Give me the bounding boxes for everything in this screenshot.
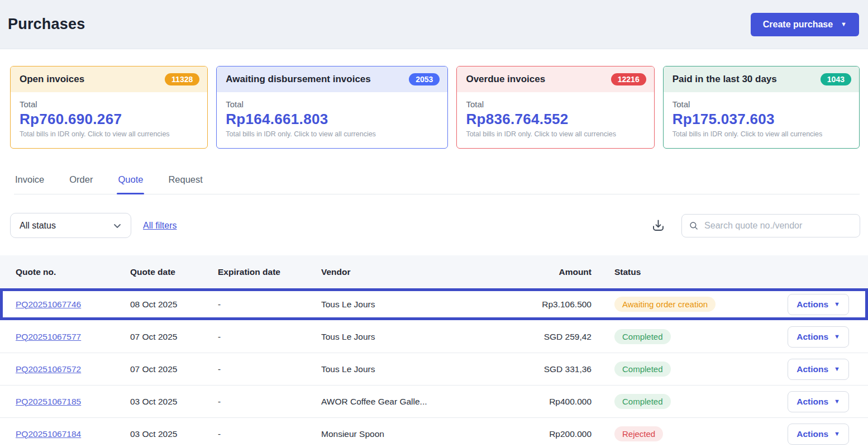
quote-number-link[interactable]: PQ20251067184: [16, 429, 81, 439]
search-input[interactable]: [704, 221, 853, 231]
total-amount: Rp760.690.267: [20, 111, 198, 128]
actions-button[interactable]: Actions ▼: [788, 424, 849, 445]
tab-order[interactable]: Order: [68, 168, 94, 194]
expiration-date-cell: -: [218, 397, 321, 407]
tab-quote[interactable]: Quote: [117, 168, 144, 194]
actions-button[interactable]: Actions ▼: [788, 359, 849, 380]
currency-note: Total bills in IDR only. Click to view a…: [466, 130, 645, 138]
tab-invoice[interactable]: Invoice: [14, 168, 45, 194]
total-amount: Rp175.037.603: [673, 111, 850, 128]
total-label: Total: [466, 99, 645, 109]
page-header: Purchases Create purchase ▼: [0, 0, 868, 49]
vendor-cell: Tous Le Jours: [321, 364, 477, 374]
summary-card-title: Open invoices: [20, 74, 84, 85]
currency-note: Total bills in IDR only. Click to view a…: [226, 130, 438, 138]
summary-card-title: Awaiting disbursement invoices: [226, 74, 370, 85]
summary-cards: Open invoices 11328 Total Rp760.690.267 …: [10, 66, 860, 149]
chevron-down-icon: ▼: [834, 398, 840, 405]
chevron-down-icon: ▼: [834, 334, 840, 340]
table-row: PQ20251067572 07 Oct 2025 - Tous Le Jour…: [0, 353, 868, 386]
summary-card-header: Overdue invoices 12216: [457, 66, 654, 92]
expiration-date-cell: -: [218, 299, 321, 310]
quote-date-cell: 03 Oct 2025: [130, 397, 218, 407]
vendor-cell: AWOR Coffee Gear Galle...: [321, 397, 477, 407]
actions-label: Actions: [797, 429, 828, 439]
col-vendor: Vendor: [321, 267, 477, 277]
col-quote-no: Quote no.: [0, 267, 130, 277]
amount-cell: SGD 331,36: [477, 364, 597, 374]
expiration-date-cell: -: [218, 332, 321, 342]
chevron-down-icon: ▼: [841, 21, 847, 27]
vendor-cell: Monsieur Spoon: [321, 429, 477, 439]
amount-cell: Rp3.106.500: [477, 299, 597, 310]
download-icon: [651, 218, 666, 233]
actions-label: Actions: [797, 364, 828, 374]
status-filter-value: All status: [20, 221, 56, 231]
total-label: Total: [226, 99, 438, 109]
summary-card[interactable]: Open invoices 11328 Total Rp760.690.267 …: [10, 66, 208, 149]
count-badge: 11328: [165, 73, 199, 85]
actions-label: Actions: [797, 397, 828, 407]
summary-card[interactable]: Overdue invoices 12216 Total Rp836.764.5…: [456, 66, 654, 149]
table-row: PQ20251067184 03 Oct 2025 - Monsieur Spo…: [0, 418, 868, 447]
all-filters-link[interactable]: All filters: [143, 221, 177, 231]
currency-note: Total bills in IDR only. Click to view a…: [673, 130, 850, 138]
status-filter-dropdown[interactable]: All status: [10, 213, 131, 238]
table-row: PQ20251067577 07 Oct 2025 - Tous Le Jour…: [0, 321, 868, 353]
summary-card-body: Total Rp164.661.803 Total bills in IDR o…: [217, 92, 447, 138]
summary-card-body: Total Rp836.764.552 Total bills in IDR o…: [457, 92, 654, 138]
summary-card-title: Paid in the last 30 days: [673, 74, 777, 85]
quotes-table: Quote no. Quote date Expiration date Ven…: [0, 255, 868, 447]
amount-cell: SGD 259,42: [477, 332, 597, 342]
count-badge: 1043: [821, 73, 851, 85]
summary-card[interactable]: Awaiting disbursement invoices 2053 Tota…: [216, 66, 448, 149]
purchase-type-tabs: Invoice Order Quote Request: [14, 168, 860, 194]
quote-number-link[interactable]: PQ20251067185: [16, 397, 81, 406]
col-amount: Amount: [477, 267, 597, 277]
summary-card-body: Total Rp760.690.267 Total bills in IDR o…: [11, 92, 207, 138]
quote-date-cell: 07 Oct 2025: [130, 364, 218, 374]
total-label: Total: [20, 99, 198, 109]
tab-request[interactable]: Request: [167, 168, 203, 194]
actions-label: Actions: [797, 299, 828, 310]
col-expiration-date: Expiration date: [218, 267, 321, 277]
actions-button[interactable]: Actions ▼: [788, 294, 849, 315]
actions-button[interactable]: Actions ▼: [788, 326, 849, 348]
table-row: PQ20251067185 03 Oct 2025 - AWOR Coffee …: [0, 386, 868, 418]
actions-label: Actions: [797, 332, 828, 342]
summary-card[interactable]: Paid in the last 30 days 1043 Total Rp17…: [663, 66, 860, 149]
amount-cell: Rp200.000: [477, 429, 597, 439]
filter-right-group: [651, 214, 860, 237]
status-badge: Completed: [614, 329, 671, 344]
count-badge: 12216: [611, 73, 646, 85]
filter-row: All status All filters: [10, 213, 860, 238]
chevron-down-icon: ▼: [834, 431, 840, 437]
table-body: PQ20251067746 08 Oct 2025 - Tous Le Jour…: [0, 288, 868, 447]
quote-number-link[interactable]: PQ20251067572: [16, 364, 81, 374]
status-badge: Rejected: [614, 426, 663, 441]
col-quote-date: Quote date: [130, 267, 218, 277]
chevron-down-icon: ▼: [834, 366, 840, 372]
download-button[interactable]: [651, 218, 666, 233]
create-purchase-button[interactable]: Create purchase ▼: [751, 13, 859, 36]
status-badge: Awaiting order creation: [614, 297, 716, 312]
quote-number-link[interactable]: PQ20251067577: [16, 332, 81, 341]
quote-date-cell: 07 Oct 2025: [130, 332, 218, 342]
search-icon: [689, 220, 699, 231]
total-amount: Rp836.764.552: [466, 111, 645, 128]
col-status: Status: [597, 267, 782, 277]
quote-date-cell: 03 Oct 2025: [130, 429, 218, 439]
summary-card-header: Open invoices 11328: [11, 66, 207, 92]
quote-number-link[interactable]: PQ20251067746: [16, 299, 81, 309]
table-header-row: Quote no. Quote date Expiration date Ven…: [0, 255, 868, 288]
count-badge: 2053: [409, 73, 440, 85]
status-badge: Completed: [614, 362, 671, 377]
total-amount: Rp164.661.803: [226, 111, 438, 128]
expiration-date-cell: -: [218, 364, 321, 374]
chevron-down-icon: [113, 221, 122, 230]
status-badge: Completed: [614, 394, 671, 409]
summary-card-body: Total Rp175.037.603 Total bills in IDR o…: [664, 92, 859, 138]
expiration-date-cell: -: [218, 429, 321, 439]
actions-button[interactable]: Actions ▼: [788, 391, 849, 412]
vendor-cell: Tous Le Jours: [321, 299, 477, 310]
